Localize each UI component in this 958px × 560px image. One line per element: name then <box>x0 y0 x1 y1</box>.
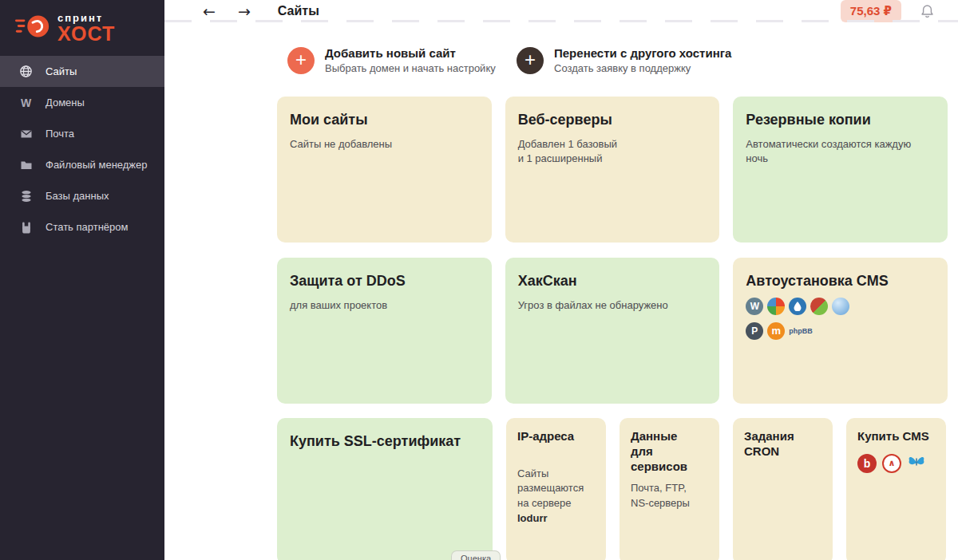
main-area: ← → Сайты 75,63 ₽ + Добавить новый сайт … <box>164 0 958 560</box>
action-buttons-row: + Добавить новый сайт Выбрать домен и на… <box>277 46 948 74</box>
mail-icon <box>19 127 33 140</box>
logo-line2: ХОСТ <box>57 24 115 44</box>
add-site-subtitle: Выбрать домен и начать настройку <box>325 62 496 74</box>
sidebar-item-mail[interactable]: Почта <box>0 118 164 149</box>
card-title: Купить CMS <box>857 429 935 444</box>
globe-icon <box>19 65 33 78</box>
page-title: Сайты <box>278 4 319 18</box>
card-cron-jobs[interactable]: Задания CRON <box>733 418 833 560</box>
balance-badge[interactable]: 75,63 ₽ <box>841 0 901 22</box>
card-body: Почта, FTP, NS-серверы <box>631 481 708 511</box>
topbar: ← → Сайты 75,63 ₽ <box>164 0 958 22</box>
card-title: Веб-серверы <box>518 111 707 129</box>
sidebar-nav: Сайты W Домены Почта <box>0 56 164 243</box>
server-name: lodurr <box>517 512 548 524</box>
sidebar: спринт ХОСТ Сайты W Домены <box>0 0 164 560</box>
rocket-logo-icon <box>14 12 51 44</box>
netcat-butterfly-icon <box>907 452 926 475</box>
card-hackscan[interactable]: ХакСкан Угроз в файлах не обнаружено <box>505 258 720 404</box>
card-title: Резервные копии <box>746 111 935 129</box>
umi-icon: ∧ <box>882 454 901 473</box>
card-body: Автоматически создаются каждую ночь <box>746 137 935 168</box>
bell-icon[interactable] <box>919 3 936 20</box>
card-title: Мои сайты <box>290 111 479 129</box>
sidebar-item-partner[interactable]: Стать партнёром <box>0 211 164 243</box>
moodle-icon: m <box>767 322 785 340</box>
add-site-button[interactable]: + Добавить новый сайт Выбрать домен и на… <box>287 46 517 74</box>
sidebar-item-file-manager[interactable]: Файловый менеджер <box>0 149 164 180</box>
sidebar-item-domains[interactable]: W Домены <box>0 87 164 118</box>
card-ddos-protection[interactable]: Защита от DDoS для ваших проектов <box>277 258 492 404</box>
prestashop-icon: P <box>746 322 763 340</box>
plus-circle-icon: + <box>517 47 544 74</box>
card-body: Сайты не добавлены <box>290 137 479 152</box>
phpbb-icon: phpBB <box>789 327 813 335</box>
card-title: Данные для сервисов <box>631 429 708 474</box>
bitrix-icon: b <box>857 454 877 473</box>
joomla-icon <box>767 298 785 315</box>
sphere-cms-icon <box>832 298 849 315</box>
card-backups[interactable]: Резервные копии Автоматически создаются … <box>733 97 948 243</box>
buy-cms-icons-row: b ∧ <box>857 452 935 475</box>
sidebar-item-label: Сайты <box>46 65 77 77</box>
card-cms-autoinstall[interactable]: Автоустановка CMS W P m phpBB <box>733 258 948 404</box>
add-site-title: Добавить новый сайт <box>325 46 496 60</box>
domains-icon: W <box>19 96 33 109</box>
sidebar-item-label: Файловый менеджер <box>46 159 148 171</box>
card-body: Добавлен 1 базовый и 1 расширенный <box>518 137 707 168</box>
sidebar-item-label: Стать партнёром <box>46 221 128 233</box>
card-ip-addresses[interactable]: IP-адреса Сайты размещаются на сервере l… <box>506 418 606 560</box>
card-title: Автоустановка CMS <box>746 272 935 290</box>
sidebar-item-label: Базы данных <box>46 190 109 202</box>
modx-icon <box>810 298 828 315</box>
logo-line1: спринт <box>57 13 115 23</box>
card-web-servers[interactable]: Веб-серверы Добавлен 1 базовый и 1 расши… <box>505 97 720 243</box>
sidebar-item-sites[interactable]: Сайты <box>0 56 164 87</box>
card-title: IP-адреса <box>517 429 595 444</box>
card-body: для ваших проектов <box>290 298 479 314</box>
card-title: ХакСкан <box>518 272 707 290</box>
card-buy-ssl[interactable]: Купить SSL-сертификат <box>277 418 493 560</box>
content: + Добавить новый сайт Выбрать домен и на… <box>164 22 958 560</box>
cards-grid: Мои сайты Сайты не добавлены Веб-серверы… <box>277 97 948 404</box>
sidebar-item-databases[interactable]: Базы данных <box>0 180 164 211</box>
wordpress-icon: W <box>746 298 763 315</box>
cards-grid-bottom: Купить SSL-сертификат IP-адреса Сайты ра… <box>277 418 948 560</box>
logo-text: спринт ХОСТ <box>57 13 115 44</box>
ip-body-text: Сайты размещаются на сервере <box>517 467 584 510</box>
transfer-title: Перенести с другого хостинга <box>554 46 731 60</box>
feedback-tab[interactable]: Оценка <box>451 550 501 560</box>
card-service-data[interactable]: Данные для сервисов Почта, FTP, NS-серве… <box>620 418 719 560</box>
card-body: Угроз в файлах не обнаружено <box>518 298 707 314</box>
forward-arrow-button[interactable]: → <box>233 1 255 22</box>
card-my-sites[interactable]: Мои сайты Сайты не добавлены <box>277 97 492 243</box>
database-icon <box>19 189 33 203</box>
card-title: Задания CRON <box>744 429 821 459</box>
card-buy-cms[interactable]: Купить CMS b ∧ <box>846 418 946 560</box>
sprinthost-logo[interactable]: спринт ХОСТ <box>0 0 164 48</box>
app-window: спринт ХОСТ Сайты W Домены <box>0 0 958 560</box>
transfer-hosting-button[interactable]: + Перенести с другого хостинга Создать з… <box>517 46 731 74</box>
partner-hand-icon <box>19 220 33 234</box>
cms-icons-row-2: P m phpBB <box>746 322 935 340</box>
drupal-icon <box>789 298 806 315</box>
sidebar-item-label: Домены <box>46 97 85 108</box>
card-title: Защита от DDoS <box>290 272 479 290</box>
transfer-subtitle: Создать заявку в поддержку <box>554 62 731 74</box>
card-body: Сайты размещаются на сервере lodurr <box>517 452 595 526</box>
card-title: Купить SSL-сертификат <box>290 432 480 451</box>
cms-icons-row-1: W <box>746 298 935 315</box>
sidebar-item-label: Почта <box>46 128 74 140</box>
folder-icon <box>19 158 33 172</box>
back-arrow-button[interactable]: ← <box>198 1 220 22</box>
plus-circle-icon: + <box>287 47 315 74</box>
